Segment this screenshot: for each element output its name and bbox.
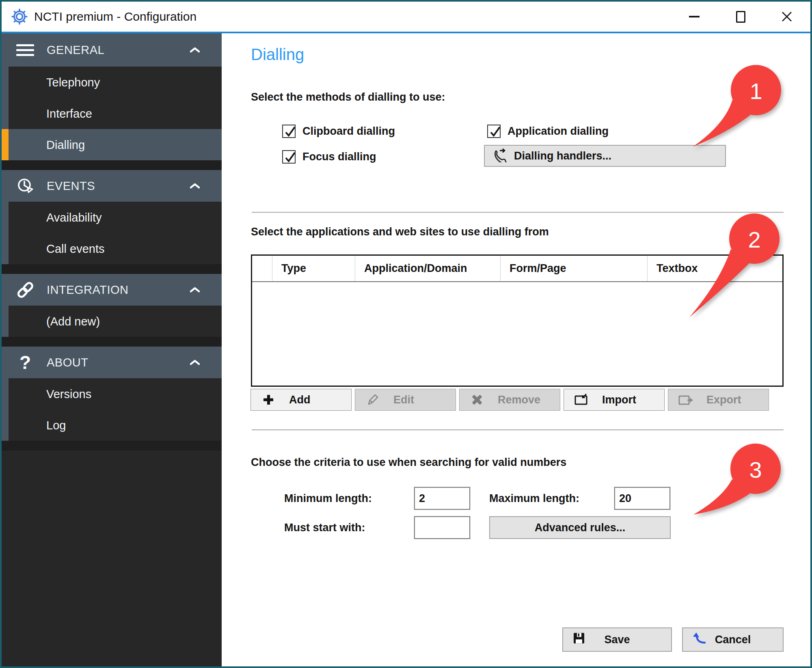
sidebar-item-label: Versions bbox=[46, 387, 91, 401]
application-dialling-checkbox[interactable] bbox=[487, 125, 501, 138]
maximum-length-input[interactable] bbox=[614, 487, 670, 510]
sidebar-item-log[interactable]: Log bbox=[9, 409, 222, 441]
events-clock-icon bbox=[15, 175, 36, 196]
sidebar-item-availability[interactable]: Availability bbox=[9, 202, 222, 233]
maximize-icon bbox=[736, 11, 745, 23]
import-label: Import bbox=[602, 394, 636, 406]
gear-icon bbox=[11, 9, 28, 25]
chevron-up-icon bbox=[189, 287, 201, 293]
sidebar-item-label: Telephony bbox=[46, 75, 100, 89]
maximize-button[interactable] bbox=[725, 6, 756, 27]
pencil-icon bbox=[365, 393, 380, 406]
sidebar-item-label: Log bbox=[46, 418, 66, 432]
minimum-length-input[interactable] bbox=[414, 487, 470, 510]
remove-x-icon bbox=[469, 394, 485, 406]
sidebar-item-label: Call events bbox=[46, 242, 104, 255]
sidebar-group-about: ? ABOUT Versions Log bbox=[2, 347, 222, 441]
edit-label: Edit bbox=[393, 394, 414, 406]
sidebar-header-events[interactable]: EVENTS bbox=[2, 170, 222, 202]
sidebar-divider bbox=[2, 264, 222, 274]
import-icon bbox=[574, 393, 589, 407]
section-divider bbox=[252, 212, 784, 213]
focus-dialling-checkbox[interactable] bbox=[282, 150, 296, 164]
check-icon bbox=[283, 151, 296, 164]
check-icon bbox=[488, 125, 501, 139]
sidebar: GENERAL Telephony Interface Dialling bbox=[2, 33, 222, 666]
minimize-icon bbox=[689, 16, 700, 17]
column-header-application-domain[interactable]: Application/Domain bbox=[355, 256, 501, 281]
must-start-with-label: Must start with: bbox=[284, 516, 365, 539]
sidebar-divider bbox=[2, 441, 222, 450]
import-button[interactable]: Import bbox=[564, 389, 665, 411]
minimum-length-label: Minimum length: bbox=[284, 487, 372, 510]
check-icon bbox=[283, 125, 296, 139]
cancel-button[interactable]: Cancel bbox=[682, 627, 784, 652]
window-title: NCTI premium - Configuration bbox=[34, 2, 197, 32]
sidebar-group-events: EVENTS Availability Call events bbox=[2, 170, 222, 264]
column-header-type[interactable]: Type bbox=[272, 256, 355, 281]
advanced-rules-button[interactable]: Advanced rules... bbox=[489, 516, 671, 539]
sidebar-group-general: GENERAL Telephony Interface Dialling bbox=[2, 33, 222, 160]
hamburger-icon bbox=[15, 39, 36, 60]
criteria-heading: Choose the criteria to use when searchin… bbox=[251, 456, 566, 469]
sidebar-item-telephony[interactable]: Telephony bbox=[9, 67, 222, 98]
advanced-rules-label: Advanced rules... bbox=[535, 521, 626, 534]
sidebar-item-versions[interactable]: Versions bbox=[9, 378, 222, 409]
sidebar-header-about[interactable]: ? ABOUT bbox=[2, 347, 222, 378]
cancel-label: Cancel bbox=[683, 628, 783, 651]
export-button[interactable]: Export bbox=[668, 389, 769, 411]
edit-button[interactable]: Edit bbox=[355, 389, 456, 411]
sidebar-item-label: Interface bbox=[46, 107, 92, 120]
maximum-length-label: Maximum length: bbox=[489, 487, 579, 510]
sidebar-item-dialling[interactable]: Dialling bbox=[9, 129, 222, 160]
sidebar-item-add-new[interactable]: (Add new) bbox=[9, 306, 222, 337]
sidebar-header-integration[interactable]: INTEGRATION bbox=[2, 274, 222, 306]
sidebar-divider bbox=[2, 160, 222, 170]
sidebar-divider bbox=[2, 337, 222, 347]
sidebar-group-label: ABOUT bbox=[47, 356, 88, 369]
sidebar-header-general[interactable]: GENERAL bbox=[2, 33, 222, 67]
add-button[interactable]: Add bbox=[251, 389, 352, 411]
sidebar-item-interface[interactable]: Interface bbox=[9, 98, 222, 129]
clipboard-dialling-checkbox[interactable] bbox=[282, 125, 296, 138]
must-start-with-input[interactable] bbox=[414, 516, 470, 539]
applications-table: Type Application/Domain Form/Page Textbo… bbox=[251, 254, 784, 387]
export-icon bbox=[678, 393, 693, 407]
sidebar-group-integration: INTEGRATION (Add new) bbox=[2, 274, 222, 337]
table-header-row: Type Application/Domain Form/Page Textbo… bbox=[252, 256, 782, 282]
chevron-up-icon bbox=[189, 47, 201, 53]
table-body-empty[interactable] bbox=[252, 283, 782, 386]
sidebar-group-label: INTEGRATION bbox=[47, 283, 129, 297]
close-icon bbox=[781, 11, 793, 23]
sidebar-items-about: Versions Log bbox=[9, 378, 222, 441]
sidebar-items-general: Telephony Interface Dialling bbox=[9, 67, 222, 160]
close-button[interactable] bbox=[771, 6, 802, 27]
page-title: Dialling bbox=[251, 45, 304, 64]
phone-arrow-icon bbox=[491, 147, 507, 165]
title-bar: NCTI premium - Configuration bbox=[2, 2, 810, 32]
app-window: NCTI premium - Configuration bbox=[0, 0, 812, 668]
applications-heading: Select the applications and web sites to… bbox=[251, 226, 549, 238]
add-label: Add bbox=[289, 394, 310, 406]
sidebar-item-label: (Add new) bbox=[46, 315, 100, 328]
remove-label: Remove bbox=[498, 394, 540, 406]
sidebar-item-label: Availability bbox=[46, 211, 102, 224]
dialling-handlers-label: Dialling handlers... bbox=[514, 150, 611, 162]
content-pane: Dialling Select the methods of dialling … bbox=[222, 33, 810, 666]
export-label: Export bbox=[706, 394, 741, 406]
save-button[interactable]: Save bbox=[562, 627, 672, 652]
dialling-handlers-button[interactable]: Dialling handlers... bbox=[484, 145, 726, 167]
question-icon: ? bbox=[15, 352, 36, 373]
sidebar-item-label: Dialling bbox=[46, 138, 85, 151]
methods-heading: Select the methods of dialling to use: bbox=[251, 91, 445, 103]
save-label: Save bbox=[563, 628, 671, 651]
column-header-form-page[interactable]: Form/Page bbox=[501, 256, 648, 281]
focus-dialling-label: Focus dialling bbox=[302, 150, 376, 164]
sidebar-item-call-events[interactable]: Call events bbox=[9, 233, 222, 264]
sidebar-items-events: Availability Call events bbox=[9, 202, 222, 264]
section-divider bbox=[252, 429, 784, 430]
column-header-textbox[interactable]: Textbox bbox=[648, 256, 782, 281]
remove-button[interactable]: Remove bbox=[459, 389, 560, 411]
minimize-button[interactable] bbox=[679, 6, 710, 27]
column-header-blank[interactable] bbox=[252, 256, 272, 281]
